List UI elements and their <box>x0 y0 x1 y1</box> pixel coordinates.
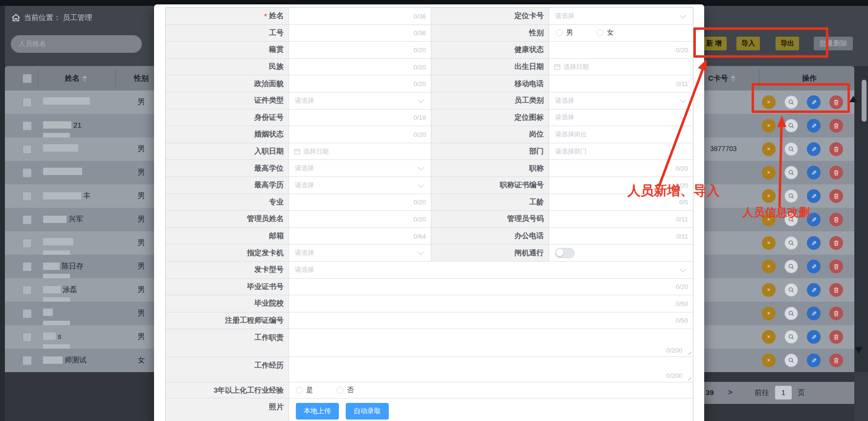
edit-button[interactable]: ✎ <box>807 354 821 367</box>
card-action-button[interactable]: ✕ <box>762 236 776 250</box>
page-input[interactable]: 1 <box>775 386 792 399</box>
row-checkbox[interactable] <box>22 121 32 131</box>
sort-icons[interactable] <box>731 75 735 82</box>
row-checkbox[interactable] <box>22 192 32 201</box>
edit-button[interactable]: ✎ <box>807 189 821 203</box>
edit-button[interactable]: ✎ <box>807 166 821 179</box>
row-checkbox[interactable] <box>22 262 32 271</box>
edit-button[interactable]: ✎ <box>807 95 821 109</box>
edit-button[interactable]: ✎ <box>807 119 821 133</box>
edit-button[interactable]: ✎ <box>807 260 821 273</box>
resize-grip-icon[interactable] <box>687 376 691 380</box>
delete-button[interactable] <box>829 189 843 203</box>
delete-button[interactable] <box>829 213 843 226</box>
job-duty-textarea[interactable]: 0/200 <box>289 329 693 356</box>
row-checkbox[interactable] <box>22 286 32 295</box>
radio-gender[interactable]: 女 <box>597 28 614 37</box>
scroll-down-arrow-icon[interactable] <box>855 347 863 354</box>
card-action-button[interactable]: ✕ <box>762 260 776 273</box>
card-model-select[interactable]: 请选择 <box>289 262 693 278</box>
edit-button[interactable]: ✎ <box>807 142 821 156</box>
degree-select[interactable]: 请选择 <box>289 160 431 177</box>
delete-button[interactable] <box>829 330 843 344</box>
edit-button[interactable]: ✎ <box>807 213 821 226</box>
card-action-button[interactable]: ✕ <box>762 142 776 156</box>
delete-button[interactable] <box>829 119 843 133</box>
row-checkbox[interactable] <box>22 215 32 224</box>
sort-icons[interactable] <box>82 75 87 82</box>
delete-button[interactable] <box>829 236 843 250</box>
auto-capture-button[interactable]: 自动录取 <box>346 403 389 420</box>
export-button[interactable]: 导出 <box>776 37 799 50</box>
scroll-up-arrow-icon[interactable] <box>849 96 857 102</box>
add-button[interactable]: 新 增 <box>701 37 727 50</box>
next-page-button[interactable]: > <box>728 388 733 396</box>
email-input[interactable]: 0/64 <box>289 228 431 244</box>
batch-delete-button[interactable]: 批量删除 <box>814 37 853 50</box>
title-cert-input[interactable]: 0/20 <box>549 177 693 194</box>
job-title-input[interactable]: 0/20 <box>549 160 693 177</box>
radio-chem-exp[interactable]: 是 <box>296 386 313 395</box>
view-button[interactable] <box>784 213 798 226</box>
birth-date-picker[interactable]: 选择日期 <box>549 59 693 75</box>
native-place-input[interactable]: 0/20 <box>289 42 431 58</box>
id-type-select[interactable]: 请选择 <box>289 92 431 109</box>
row-checkbox[interactable] <box>22 145 32 154</box>
card-action-button[interactable]: ✕ <box>762 189 776 203</box>
emp-type-select[interactable]: 请选择 <box>549 92 693 109</box>
edit-button[interactable]: ✎ <box>807 236 821 250</box>
select-all-checkbox[interactable] <box>22 74 32 83</box>
card-action-button[interactable]: ✕ <box>762 307 776 320</box>
row-checkbox[interactable] <box>22 356 32 365</box>
education-select[interactable]: 请选择 <box>289 177 431 194</box>
radio-chem-exp[interactable]: 否 <box>336 386 354 395</box>
view-button[interactable] <box>784 95 798 109</box>
view-button[interactable] <box>784 166 798 179</box>
health-input[interactable]: 0/20 <box>549 42 693 58</box>
mobile-input[interactable]: 0/11 <box>549 75 693 92</box>
card-action-button[interactable]: ✕ <box>762 95 776 109</box>
worker-id-input[interactable]: 0/36 <box>289 25 431 42</box>
work-years-input[interactable]: 0/5 <box>549 194 693 211</box>
political-input[interactable]: 0/20 <box>289 75 431 92</box>
admin-name-input[interactable]: 0/20 <box>289 211 431 227</box>
admin-number-input[interactable]: 0/11 <box>549 211 693 227</box>
page-number-button[interactable]: 39 <box>706 388 714 397</box>
card-action-button[interactable]: ✕ <box>762 283 776 297</box>
edit-button[interactable]: ✎ <box>807 307 821 320</box>
view-button[interactable] <box>784 119 798 133</box>
name-input[interactable]: 0/36 <box>289 8 431 24</box>
delete-button[interactable] <box>829 166 843 179</box>
ethnicity-input[interactable]: 0/20 <box>289 59 431 75</box>
delete-button[interactable] <box>829 283 843 297</box>
view-button[interactable] <box>784 354 798 367</box>
engineer-cert-input[interactable]: 0/50 <box>289 312 693 329</box>
office-phone-input[interactable]: 0/11 <box>549 228 693 244</box>
department-select[interactable]: 请选择部门 <box>549 143 693 160</box>
diploma-no-input[interactable]: 0/20 <box>289 279 693 295</box>
major-input[interactable]: 0/20 <box>289 194 431 211</box>
card-action-button[interactable]: ✕ <box>762 213 776 226</box>
header-name[interactable]: 姓名 <box>49 66 103 90</box>
delete-button[interactable] <box>829 354 843 367</box>
locate-icon-select[interactable]: 请选择 <box>549 110 693 126</box>
marital-input[interactable]: 0/20 <box>289 126 431 143</box>
view-button[interactable] <box>784 142 798 156</box>
local-upload-button[interactable]: 本地上传 <box>296 403 339 420</box>
hire-date-picker[interactable]: 选择日期 <box>289 143 431 160</box>
card-action-button[interactable]: ✕ <box>762 166 776 179</box>
scrollbar-thumb[interactable] <box>862 80 867 122</box>
view-button[interactable] <box>784 307 798 320</box>
card-machine-select[interactable]: 请选择 <box>289 244 431 261</box>
radio-gender[interactable]: 男 <box>556 28 573 37</box>
toggle-switch-off[interactable] <box>555 248 575 258</box>
import-button[interactable]: 导入 <box>736 37 760 50</box>
card-action-button[interactable]: ✕ <box>762 354 776 367</box>
school-input[interactable]: 0/50 <box>289 295 693 312</box>
delete-button[interactable] <box>829 260 843 273</box>
view-button[interactable] <box>784 189 798 203</box>
edit-button[interactable]: ✎ <box>807 330 821 344</box>
search-input[interactable]: 人员姓名 <box>11 35 142 53</box>
resize-grip-icon[interactable] <box>687 350 691 355</box>
edit-button[interactable]: ✎ <box>807 283 821 297</box>
